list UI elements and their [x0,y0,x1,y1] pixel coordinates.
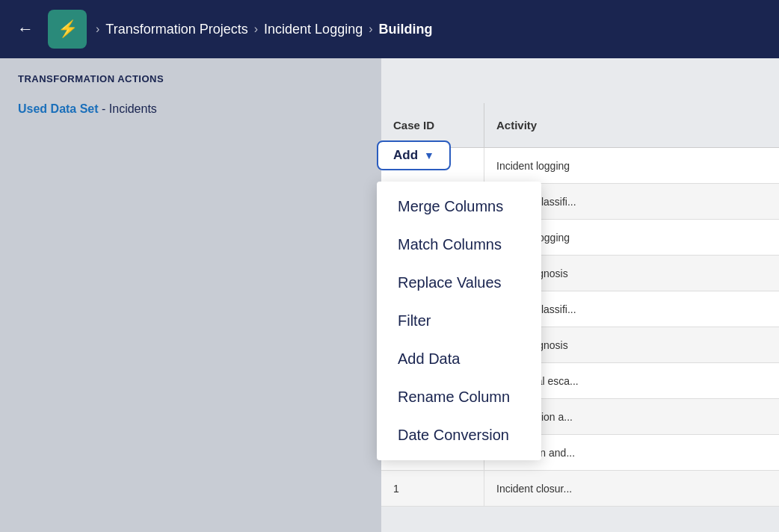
breadcrumb-incident-logging[interactable]: Incident Logging [264,22,363,37]
main-area: TRANSFORMATION ACTIONS Used Data Set - I… [0,58,779,532]
breadcrumb-sep-1: › [254,22,258,36]
col-activity-header: Activity [484,103,779,147]
breadcrumb-sep-0: › [96,22,99,36]
cell-caseid: 1 [381,471,484,506]
dropdown-menu: Merge ColumnsMatch ColumnsReplace Values… [377,182,541,460]
dropdown-wrapper: Add ▼ Merge ColumnsMatch ColumnsReplace … [377,140,451,173]
dropdown-item[interactable]: Rename Column [377,378,541,416]
used-dataset: Used Data Set - Incidents [18,102,363,116]
add-button-label: Add [393,148,418,163]
dropdown-item[interactable]: Filter [377,302,541,340]
add-button[interactable]: Add ▼ [377,140,451,170]
breadcrumb-transformation-projects[interactable]: Transformation Projects [105,22,247,37]
breadcrumb-sep-2: › [369,22,372,36]
used-dataset-value: - Incidents [102,102,157,115]
breadcrumb: › Transformation Projects › Incident Log… [96,22,432,37]
dropdown-item[interactable]: Match Columns [377,226,541,264]
dropdown-item[interactable]: Merge Columns [377,188,541,226]
header: ← ⚡ › Transformation Projects › Incident… [0,0,779,58]
dropdown-item[interactable]: Add Data [377,340,541,378]
cell-activity: Incident closur... [484,471,779,506]
used-dataset-label: Used Data Set [18,102,99,115]
cell-activity: Incident logging [484,148,779,183]
dropdown-item[interactable]: Replace Values [377,264,541,302]
sidebar: TRANSFORMATION ACTIONS Used Data Set - I… [0,58,381,532]
dropdown-item[interactable]: Date Conversion [377,416,541,454]
add-button-arrow-icon: ▼ [424,149,434,161]
breadcrumb-building[interactable]: Building [379,22,433,37]
sidebar-section-title: TRANSFORMATION ACTIONS [18,73,363,84]
app-logo: ⚡ [48,10,87,49]
table-row: 1Incident closur... [381,471,779,507]
back-button[interactable]: ← [12,16,39,43]
